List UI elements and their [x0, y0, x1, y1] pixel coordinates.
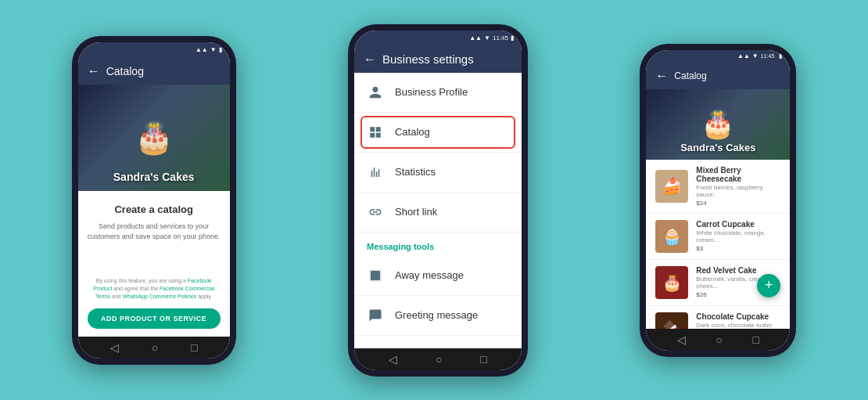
signal-icon3: ▲▲: [737, 52, 750, 59]
product-name-0: Mixed Berry Cheesecake: [696, 166, 780, 183]
phone2-status-icons: ▲▲ ▼ 11:45 ▮: [469, 34, 514, 41]
hero-shop-name: Sandra's Cakes: [78, 171, 230, 183]
phone1-status-bar: ▲▲ ▼ ▮: [78, 42, 230, 58]
messaging-tools-header: Messaging tools: [354, 232, 522, 256]
nav-home-icon3[interactable]: ○: [716, 333, 722, 346]
create-catalog-title: Create a catalog: [114, 204, 192, 215]
fab-add-button[interactable]: +: [757, 274, 780, 297]
phone2: ▲▲ ▼ 11:45 ▮ ← Business settings Busines…: [348, 24, 528, 377]
nav-recents-icon3[interactable]: □: [753, 333, 759, 346]
nav-home-icon[interactable]: ○: [152, 341, 158, 354]
wifi-icon: ▼: [210, 46, 217, 53]
phone2-app-bar: ← Business settings: [354, 46, 522, 73]
phone3-title: Catalog: [674, 70, 706, 81]
phone3-status-bar: ▲▲ ▼ 11:45 ▮: [646, 50, 790, 63]
phone3-content: 🎂 Sandra's Cakes 🍰 Mixed Berry Cheesecak…: [646, 89, 790, 329]
phone2-content: Business Profile Catalog Statistics: [354, 73, 522, 348]
product-thumb-2: 🎂: [655, 266, 688, 299]
product-thumb-1: 🧁: [655, 220, 688, 253]
hero-cake-emoji3: 🎂: [701, 108, 735, 140]
nav-back-icon2[interactable]: ◁: [389, 353, 397, 366]
settings-list: Business Profile Catalog Statistics: [354, 73, 522, 348]
product-name-3: Chocolate Cupcake: [696, 312, 780, 321]
statistics-label: Statistics: [395, 166, 436, 178]
nav-recents-icon2[interactable]: □: [480, 353, 486, 366]
grid-icon: [367, 124, 384, 141]
phone2-wrapper: ▲▲ ▼ 11:45 ▮ ← Business settings Busines…: [348, 24, 528, 377]
product-thumb-3: 🍫: [655, 312, 688, 329]
product-thumb-0: 🍰: [655, 170, 688, 203]
product-desc-0: Fresh berries, raspberry sauce..: [696, 184, 780, 198]
phone3-status-icons: ▲▲ ▼ 11:45 ▮: [737, 52, 782, 59]
catalog-footer: By using this feature, you are using a F…: [78, 269, 230, 336]
signal-icon: ▲▲: [195, 46, 208, 53]
business-profile-label: Business Profile: [395, 86, 468, 98]
phone2-nav-bar: ◁ ○ □: [354, 348, 522, 370]
settings-item-catalog[interactable]: Catalog: [354, 113, 522, 153]
phone1-title: Catalog: [106, 65, 144, 77]
nav-back-icon3[interactable]: ◁: [677, 333, 686, 346]
person-icon: [367, 84, 384, 101]
battery-icon3: ▮: [779, 52, 782, 59]
settings-item-short-link[interactable]: Short link: [354, 193, 522, 232]
product-item-3[interactable]: 🍫 Chocolate Cupcake Dark coco, chocolate…: [646, 306, 790, 329]
nav-home-icon2[interactable]: ○: [436, 353, 442, 366]
product-list: 🍰 Mixed Berry Cheesecake Fresh berries, …: [646, 160, 790, 329]
cake-emoji: 🎂: [135, 119, 174, 156]
terms-text: By using this feature, you are using a F…: [88, 277, 221, 300]
settings-item-away-message[interactable]: Away message: [354, 256, 522, 296]
battery-icon2: ▮: [511, 34, 514, 41]
short-link-label: Short link: [395, 206, 437, 218]
nav-back-icon[interactable]: ◁: [110, 341, 119, 354]
product-info-3: Chocolate Cupcake Dark coco, chocolate b…: [696, 312, 780, 329]
product-desc-1: White chocolate, orange, cream...: [696, 229, 780, 243]
phone3-nav-bar: ◁ ○ □: [646, 329, 790, 351]
link-icon: [367, 204, 384, 221]
phone1-nav-bar: ◁ ○ □: [78, 337, 230, 359]
whatsapp-commerce-link[interactable]: WhatsApp Commerce Policies: [123, 294, 197, 299]
phone2-status-bar: ▲▲ ▼ 11:45 ▮: [354, 31, 522, 46]
product-info-1: Carrot Cupcake White chocolate, orange, …: [696, 220, 780, 252]
phone3-app-bar: ← Catalog: [646, 63, 790, 89]
away-message-label: Away message: [395, 269, 464, 281]
nav-recents-icon[interactable]: □: [191, 341, 197, 354]
status-time3: 11:45: [761, 53, 775, 59]
product-item-0[interactable]: 🍰 Mixed Berry Cheesecake Fresh berries, …: [646, 160, 790, 214]
battery-icon: ▮: [219, 46, 222, 53]
svg-rect-1: [371, 271, 380, 280]
phone3: ▲▲ ▼ 11:45 ▮ ← Catalog 🎂 Sandra's Cakes …: [640, 44, 796, 357]
phone1-app-bar: ← Catalog: [78, 58, 230, 85]
back-arrow-icon[interactable]: ←: [88, 64, 100, 78]
product-item-1[interactable]: 🧁 Carrot Cupcake White chocolate, orange…: [646, 214, 790, 260]
greeting-message-label: Greeting message: [395, 309, 478, 321]
wifi-icon2: ▼: [484, 34, 490, 41]
catalog-body: Create a catalog Send products and servi…: [78, 191, 230, 269]
phone1-wrapper: ▲▲ ▼ ▮ ← Catalog 🎂 Sandra's Cakes Create…: [72, 36, 236, 365]
phone3-wrapper: ▲▲ ▼ 11:45 ▮ ← Catalog 🎂 Sandra's Cakes …: [640, 44, 796, 357]
wifi-icon3: ▼: [752, 52, 759, 59]
phone1-status-icons: ▲▲ ▼ ▮: [195, 46, 222, 53]
product-desc-3: Dark coco, chocolate butter crea...: [696, 322, 780, 329]
catalog-label: Catalog: [395, 126, 430, 138]
bar-chart-icon: [367, 164, 384, 181]
catalog-list-shop-name: Sandra's Cakes: [646, 142, 790, 153]
chat-icon: [367, 307, 384, 324]
product-name-1: Carrot Cupcake: [696, 220, 780, 229]
phone1-content: 🎂 Sandra's Cakes Create a catalog Send p…: [78, 85, 230, 337]
signal-icon2: ▲▲: [469, 34, 482, 41]
settings-item-greeting-message[interactable]: Greeting message: [354, 296, 522, 336]
product-price-0: $24: [696, 200, 780, 207]
create-catalog-desc: Send products and services to your custo…: [88, 222, 221, 241]
moon-icon: [367, 267, 384, 284]
settings-item-quick-replies[interactable]: Quick replies: [354, 336, 522, 348]
back-arrow-icon3[interactable]: ←: [655, 69, 668, 83]
phone1: ▲▲ ▼ ▮ ← Catalog 🎂 Sandra's Cakes Create…: [72, 36, 236, 365]
back-arrow-icon2[interactable]: ←: [364, 52, 376, 67]
add-product-button[interactable]: ADD PRODUCT OR SERVICE: [88, 308, 221, 329]
settings-item-statistics[interactable]: Statistics: [354, 153, 522, 193]
phone2-title: Business settings: [382, 52, 474, 66]
settings-item-business-profile[interactable]: Business Profile: [354, 73, 522, 113]
catalog-list-hero: 🎂 Sandra's Cakes: [646, 89, 790, 160]
status-time: 11:45: [493, 34, 508, 41]
product-info-0: Mixed Berry Cheesecake Fresh berries, ra…: [696, 166, 780, 207]
